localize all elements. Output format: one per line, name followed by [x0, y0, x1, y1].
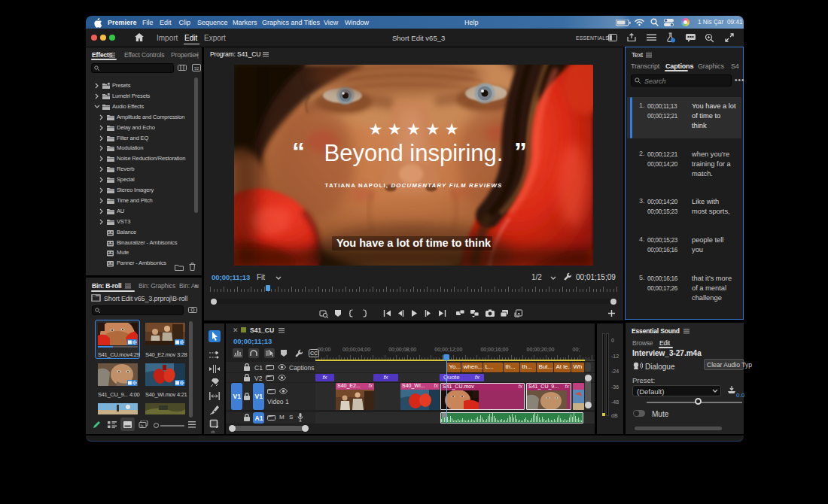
svg-text:32: 32 — [194, 66, 199, 71]
svg-text:fx: fx — [141, 424, 145, 428]
